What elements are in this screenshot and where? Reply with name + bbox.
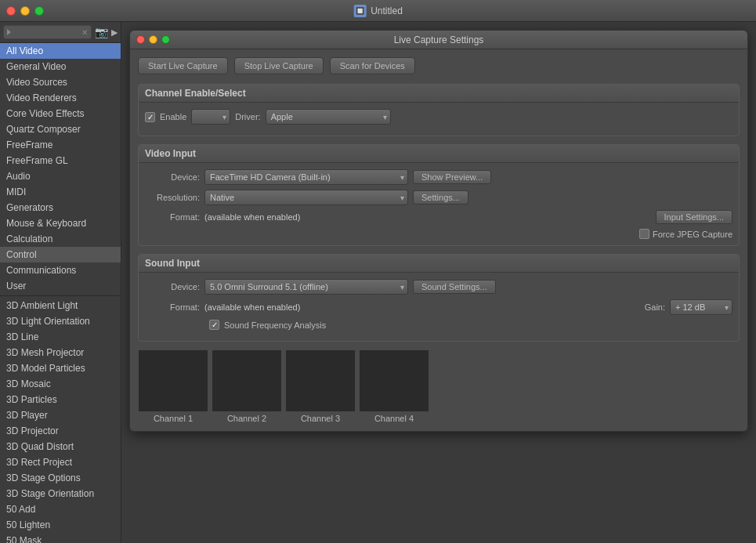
- panel-minimize-button[interactable]: [149, 35, 157, 44]
- sidebar-item-calculation[interactable]: Calculation: [0, 231, 121, 247]
- settings-button[interactable]: Settings...: [413, 190, 468, 205]
- force-jpeg-checkbox[interactable]: [639, 229, 649, 239]
- panel-title-bar: Live Capture Settings: [130, 31, 747, 49]
- sidebar-item-freeframe-gl[interactable]: FreeFrame GL: [0, 153, 121, 168]
- sidebar-item-mouse-keyboard[interactable]: Mouse & Keyboard: [0, 215, 121, 231]
- sound-freq-label: Sound Frequency Analysis: [224, 320, 326, 330]
- sidebar-item-3d-mosaic[interactable]: 3D Mosaic: [0, 376, 121, 392]
- sidebar-item-3d-projector[interactable]: 3D Projector: [0, 423, 121, 439]
- sidebar-item-3d-line[interactable]: 3D Line: [0, 329, 121, 345]
- channel-select[interactable]: [191, 109, 230, 125]
- channel-4-preview: Channel 4: [359, 349, 429, 423]
- main-layout: ✕ 📷 ▶ All Video General Video Video Sour…: [0, 22, 756, 543]
- live-capture-panel: Live Capture Settings Start Live Capture…: [129, 30, 748, 432]
- sidebar-item-general-video[interactable]: General Video: [0, 59, 121, 74]
- sidebar-item-3d-mesh-projector[interactable]: 3D Mesh Projector: [0, 345, 121, 360]
- video-resolution-select[interactable]: Native: [204, 190, 408, 205]
- channel-2-label: Channel 2: [227, 414, 266, 423]
- enable-label: Enable: [160, 112, 186, 121]
- sidebar-item-3d-light-orientation[interactable]: 3D Light Orientation: [0, 313, 121, 329]
- channel-4-box: [359, 349, 429, 412]
- channel-enable-body: Enable Driver: Apple: [139, 103, 739, 136]
- panel-window-buttons: [136, 35, 170, 44]
- sound-freq-checkbox[interactable]: [209, 320, 219, 330]
- sidebar-search-bar: ✕ 📷 ▶: [0, 22, 121, 43]
- sidebar-item-communications[interactable]: Communications: [0, 262, 121, 278]
- sidebar-item-freeframe[interactable]: FreeFrame: [0, 137, 121, 153]
- video-device-label: Device:: [145, 172, 200, 182]
- close-button[interactable]: [6, 6, 16, 16]
- start-live-capture-button[interactable]: Start Live Capture: [138, 57, 228, 74]
- clear-search-button[interactable]: ✕: [81, 28, 88, 37]
- maximize-button[interactable]: [34, 6, 44, 16]
- video-format-value: (available when enabled): [204, 212, 300, 222]
- sidebar-item-3d-model-particles[interactable]: 3D Model Particles: [0, 360, 121, 376]
- channel-2-preview: Channel 2: [212, 349, 282, 423]
- sidebar-item-core-video-effects[interactable]: Core Video Effects: [0, 106, 121, 121]
- title-bar: 🔲 Untitled: [0, 0, 756, 22]
- sound-freq-row: Sound Frequency Analysis: [145, 320, 732, 330]
- sidebar-item-50-mask[interactable]: 50 Mask: [0, 533, 121, 543]
- driver-select[interactable]: Apple: [266, 109, 391, 125]
- panel-maximize-button[interactable]: [161, 35, 170, 44]
- play-icon[interactable]: ▶: [111, 27, 118, 38]
- video-format-label: Format:: [145, 212, 200, 222]
- scan-for-devices-button[interactable]: Scan for Devices: [330, 57, 415, 74]
- channel-1-box: [138, 349, 208, 412]
- channel-3-label: Channel 3: [301, 414, 340, 423]
- channel-enable-section: Channel Enable/Select Enable Driver: App…: [138, 84, 740, 136]
- stop-live-capture-button[interactable]: Stop Live Capture: [234, 57, 324, 74]
- sidebar-list: All Video General Video Video Sources Vi…: [0, 43, 121, 543]
- sidebar-item-3d-stage-options[interactable]: 3D Stage Options: [0, 470, 121, 486]
- video-format-row: Format: (available when enabled) Input S…: [145, 210, 732, 224]
- show-preview-button[interactable]: Show Preview...: [413, 170, 491, 184]
- sidebar-item-3d-particles[interactable]: 3D Particles: [0, 392, 121, 407]
- sidebar-item-3d-quad-distort[interactable]: 3D Quad Distort: [0, 439, 121, 454]
- enable-checkbox[interactable]: [145, 112, 155, 122]
- sidebar-item-video-renderers[interactable]: Video Renderers: [0, 90, 121, 106]
- channel-2-box: [212, 349, 282, 412]
- sound-settings-button[interactable]: Sound Settings...: [413, 280, 496, 294]
- sound-device-row: Device: 5.0 Omni Surround 5.1 (offline) …: [145, 279, 732, 295]
- panel-title: Live Capture Settings: [394, 34, 484, 45]
- sound-format-row: Format: (available when enabled) Gain: +…: [145, 299, 732, 315]
- sidebar-item-midi[interactable]: MIDI: [0, 184, 121, 200]
- toolbar-row: Start Live Capture Stop Live Capture Sca…: [138, 57, 740, 74]
- gain-select[interactable]: + 12 dB: [670, 299, 732, 315]
- gain-label: Gain:: [645, 302, 665, 312]
- channel-4-label: Channel 4: [374, 414, 414, 423]
- panel-close-button[interactable]: [136, 35, 145, 44]
- window-title: 🔲 Untitled: [353, 5, 403, 17]
- sidebar-item-audio[interactable]: Audio: [0, 168, 121, 184]
- video-input-section: Video Input Device: FaceTime HD Camera (…: [138, 144, 740, 246]
- sound-device-select[interactable]: 5.0 Omni Surround 5.1 (offline): [204, 279, 408, 295]
- sidebar-item-3d-player[interactable]: 3D Player: [0, 407, 121, 423]
- input-settings-button[interactable]: Input Settings...: [656, 210, 732, 224]
- sidebar-item-3d-ambient-light[interactable]: 3D Ambient Light: [0, 298, 121, 313]
- sidebar-item-all-video[interactable]: All Video: [0, 43, 121, 59]
- force-jpeg-label: Force JPEG Capture: [653, 230, 732, 239]
- channel-1-preview: Channel 1: [138, 349, 208, 423]
- sidebar-item-50-lighten[interactable]: 50 Lighten: [0, 517, 121, 533]
- video-resolution-label: Resolution:: [145, 193, 200, 202]
- minimize-button[interactable]: [20, 6, 30, 16]
- sound-input-header: Sound Input: [139, 255, 739, 273]
- sidebar-item-50-add[interactable]: 50 Add: [0, 501, 121, 517]
- sidebar-item-3d-rect-project[interactable]: 3D Rect Project: [0, 454, 121, 470]
- sidebar-item-video-sources[interactable]: Video Sources: [0, 74, 121, 90]
- search-input-container[interactable]: ✕: [3, 25, 92, 39]
- sidebar-item-quartz-composer[interactable]: Quartz Composer: [0, 121, 121, 137]
- sound-format-label: Format:: [145, 302, 200, 312]
- content-area: Live Capture Settings Start Live Capture…: [121, 22, 756, 543]
- channel-1-label: Channel 1: [154, 414, 193, 423]
- sidebar-item-user[interactable]: User: [0, 278, 121, 294]
- channels-row: Channel 1 Channel 2 Channel 3 Channel 4: [138, 349, 740, 423]
- sidebar-item-generators[interactable]: Generators: [0, 200, 121, 215]
- sound-input-section: Sound Input Device: 5.0 Omni Surround 5.…: [138, 254, 740, 342]
- video-device-select[interactable]: FaceTime HD Camera (Built-in): [204, 169, 408, 185]
- sidebar-item-control[interactable]: Control: [0, 247, 121, 262]
- search-triangle-icon: [7, 29, 11, 35]
- sound-format-value: (available when enabled): [204, 302, 300, 312]
- camera-icon-button[interactable]: 📷: [95, 26, 108, 38]
- sidebar-item-3d-stage-orientation[interactable]: 3D Stage Orientation: [0, 486, 121, 501]
